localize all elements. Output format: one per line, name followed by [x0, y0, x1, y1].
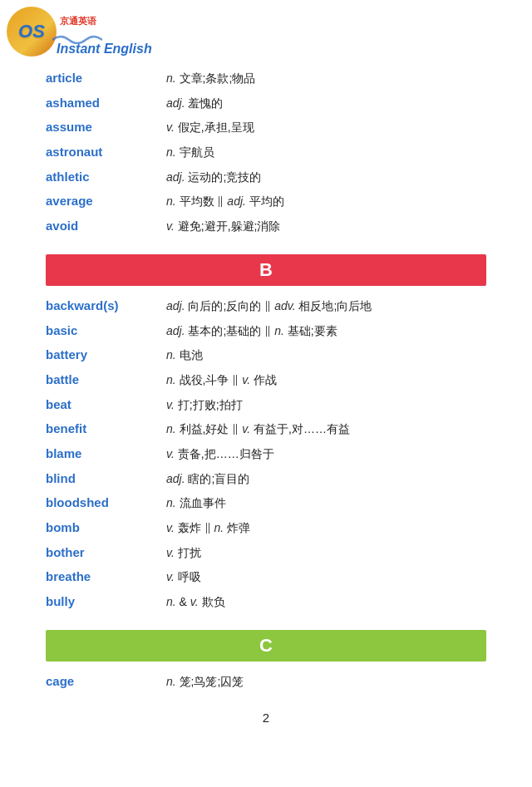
word-row: ashamedadj. 羞愧的: [46, 91, 486, 116]
word-definition: n. 流血事件: [166, 494, 486, 513]
word-row: bloodshedn. 流血事件: [46, 491, 486, 516]
logo-letters: OS: [18, 21, 45, 42]
word-definition: n. 宇航员: [166, 144, 486, 162]
word-row: benefitn. 利益,好处 ∥ v. 有益于,对……有益: [46, 417, 486, 442]
word-term: ashamed: [46, 95, 166, 110]
word-definition: n. 战役,斗争 ∥ v. 作战: [166, 371, 486, 390]
word-definition: v. 轰炸 ∥ n. 炸弹: [166, 519, 486, 538]
word-definition: v. 假定,承担,呈现: [166, 119, 486, 137]
word-definition: adj. 运动的;竞技的: [166, 169, 486, 187]
word-definition: v. 打扰: [166, 544, 486, 563]
word-term: blind: [46, 470, 166, 485]
word-term: beat: [46, 396, 166, 411]
word-term: avoid: [46, 218, 166, 233]
word-definition: n. & v. 欺负: [166, 593, 486, 612]
word-row: averagen. 平均数 ∥ adj. 平均的: [46, 189, 486, 214]
logo: OS 京通英语 Instant English: [7, 7, 98, 57]
logo-cn-text: 京通英语: [60, 15, 96, 27]
word-row: batteryn. 电池: [46, 343, 486, 368]
logo-circle: OS: [7, 7, 57, 57]
word-row: beatv. 打;打败;拍打: [46, 393, 486, 418]
word-term: bully: [46, 593, 166, 608]
word-term: battery: [46, 347, 166, 362]
word-term: backward(s): [46, 298, 166, 312]
word-row: avoidv. 避免;避开,躲避;消除: [46, 214, 486, 239]
word-row: bombv. 轰炸 ∥ n. 炸弹: [46, 516, 486, 541]
word-term: bloodshed: [46, 494, 166, 509]
word-term: bomb: [46, 519, 166, 534]
word-definition: adj. 向后的;反向的 ∥ adv. 相反地;向后地: [166, 298, 486, 316]
word-term: basic: [46, 322, 166, 337]
section-header-c: C: [46, 630, 486, 662]
word-term: breathe: [46, 568, 166, 583]
word-row: assumev. 假定,承担,呈现: [46, 116, 486, 140]
word-definition: n. 电池: [166, 347, 486, 365]
word-row: breathev. 呼吸: [46, 565, 486, 590]
word-row: bullyn. & v. 欺负: [46, 590, 486, 615]
word-definition: v. 责备,把……归咎于: [166, 445, 486, 464]
word-term: benefit: [46, 421, 166, 435]
word-row: basicadj. 基本的;基础的 ∥ n. 基础;要素: [46, 319, 486, 344]
word-definition: n. 文章;条款;物品: [166, 70, 486, 88]
word-term: assume: [46, 119, 166, 134]
word-definition: v. 避免;避开,躲避;消除: [166, 218, 486, 236]
word-term: bother: [46, 544, 166, 559]
word-term: athletic: [46, 169, 166, 184]
section-header-b: B: [46, 254, 486, 286]
word-definition: v. 呼吸: [166, 568, 486, 587]
word-definition: n. 笼;鸟笼;囚笼: [166, 673, 486, 691]
main-content: articlen. 文章;条款;物品ashamedadj. 羞愧的assumev…: [0, 58, 532, 758]
word-row: botherv. 打扰: [46, 541, 486, 566]
word-term: astronaut: [46, 144, 166, 159]
word-row: blindadj. 瞎的;盲目的: [46, 467, 486, 492]
word-definition: adj. 羞愧的: [166, 95, 486, 113]
entries-container: articlen. 文章;条款;物品ashamedadj. 羞愧的assumev…: [46, 66, 486, 694]
word-definition: adj. 瞎的;盲目的: [166, 470, 486, 489]
logo-en-text: Instant English: [57, 42, 152, 57]
word-term: cage: [46, 673, 166, 688]
word-row: athleticadj. 运动的;竞技的: [46, 165, 486, 190]
word-row: blamev. 责备,把……归咎于: [46, 442, 486, 467]
word-definition: v. 打;打败;拍打: [166, 396, 486, 415]
word-definition: n. 平均数 ∥ adj. 平均的: [166, 193, 486, 211]
word-row: articlen. 文章;条款;物品: [46, 66, 486, 91]
word-row: cagen. 笼;鸟笼;囚笼: [46, 670, 486, 695]
word-term: battle: [46, 371, 166, 386]
word-row: battlen. 战役,斗争 ∥ v. 作战: [46, 368, 486, 393]
word-definition: n. 利益,好处 ∥ v. 有益于,对……有益: [166, 421, 486, 439]
word-row: astronautn. 宇航员: [46, 140, 486, 165]
word-definition: adj. 基本的;基础的 ∥ n. 基础;要素: [166, 322, 486, 341]
word-term: average: [46, 193, 166, 208]
word-term: article: [46, 70, 166, 85]
page-number: 2: [46, 711, 486, 725]
word-term: blame: [46, 445, 166, 460]
word-row: backward(s)adj. 向后的;反向的 ∥ adv. 相反地;向后地: [46, 294, 486, 319]
